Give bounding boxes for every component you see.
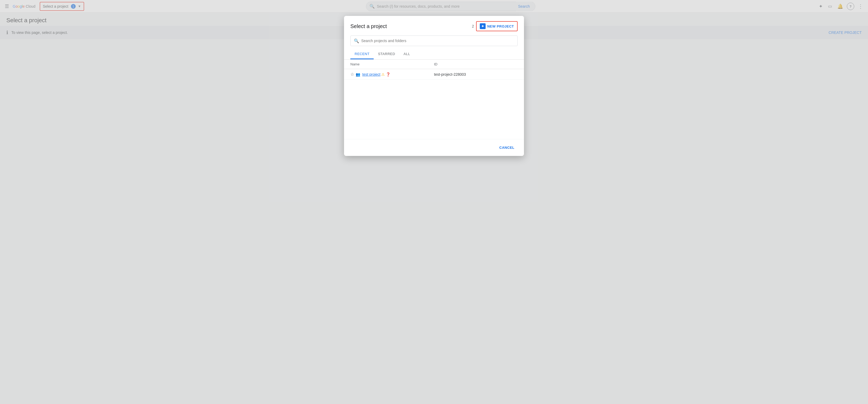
- dialog-search-inner: 🔍: [350, 35, 518, 39]
- dialog-search-icon: 🔍: [354, 38, 359, 39]
- dialog-count-badge: 2: [472, 24, 474, 28]
- select-project-dialog: Select a project 2 ✦ NEW PROJECT 🔍 RECEN…: [344, 16, 524, 39]
- dialog-header: Select a project 2 ✦ NEW PROJECT: [344, 16, 524, 35]
- dialog-header-right: 2 ✦ NEW PROJECT: [472, 21, 518, 31]
- dialog-title: Select a project: [350, 23, 387, 29]
- dialog-search-area: 🔍: [344, 35, 524, 39]
- new-project-icon: ✦: [480, 23, 486, 29]
- new-project-label: NEW PROJECT: [487, 24, 514, 28]
- dialog-overlay: Select a project 2 ✦ NEW PROJECT 🔍 RECEN…: [0, 0, 868, 39]
- dialog-search-input[interactable]: [361, 39, 514, 39]
- new-project-button[interactable]: ✦ NEW PROJECT: [476, 21, 518, 31]
